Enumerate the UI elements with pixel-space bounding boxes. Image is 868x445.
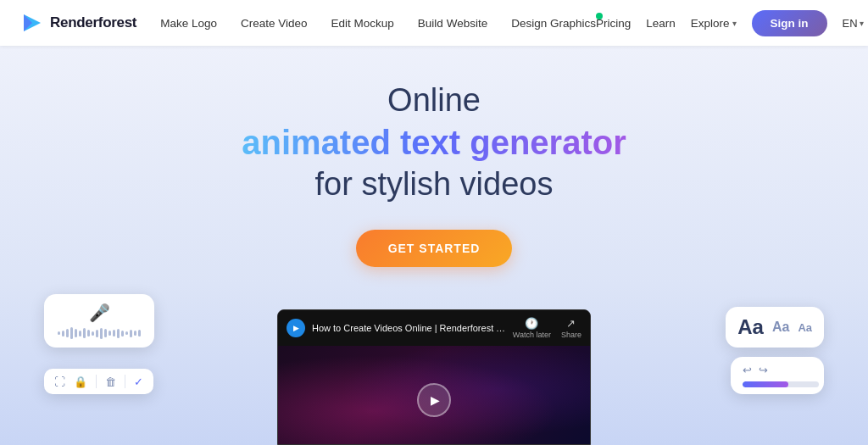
nav-explore[interactable]: Explore ▾ [691,17,737,30]
toolbar-widget: ⛶ 🔒 🗑 ✓ [44,369,153,394]
arrows-row: ↩ ↪ [743,364,768,376]
fonts-widget: Aa Aa Aa [726,307,824,348]
signin-button[interactable]: Sign in [752,10,827,36]
font-size-small[interactable]: Aa [798,321,812,334]
progress-bar-fill [743,381,788,387]
video-actions: 🕐 Watch later ↗ Share [513,317,581,339]
nav-links: Make Logo Create Video Edit Mockup Build… [160,17,596,30]
nav-learn[interactable]: Learn [646,17,676,30]
font-size-large[interactable]: Aa [737,315,764,339]
hero-line3: for stylish videos [315,166,554,203]
video-play-button[interactable] [287,319,305,337]
nav-make-logo[interactable]: Make Logo [160,17,217,30]
watch-later-action[interactable]: 🕐 Watch later [513,317,551,339]
check-icon[interactable]: ✓ [134,375,143,388]
video-section: How to Create Videos Online | Renderfore… [277,309,591,445]
video-header: How to Create Videos Online | Renderfore… [278,310,590,346]
watch-later-label: Watch later [513,331,551,339]
nav-build-website[interactable]: Build Website [418,17,487,30]
video-thumbnail[interactable]: How to Create Videos Online | Renderfore… [277,309,591,445]
navbar: Renderforest Make Logo Create Video Edit… [0,0,868,46]
trash-icon[interactable]: 🗑 [105,375,116,388]
new-badge-dot [596,13,603,19]
hero-line1: Online [387,81,481,120]
toolbar-divider [96,375,97,388]
nav-right: Pricing Learn Explore ▾ Sign in EN ▾ [596,10,864,36]
nav-edit-mockup[interactable]: Edit Mockup [331,17,394,30]
progress-bar-background [743,381,819,387]
brand-name: Renderforest [50,14,136,31]
hero-section: Online animated text generator for styli… [0,46,868,445]
undo-icon[interactable]: ↩ [743,364,752,376]
toolbar-divider2 [125,375,125,388]
lang-selector[interactable]: EN ▾ [843,17,864,30]
mic-waveform [58,327,141,339]
video-title: How to Create Videos Online | Renderfore… [312,323,506,333]
mic-widget: 🎤 [44,294,154,348]
redo-icon[interactable]: ↪ [759,364,768,376]
share-action[interactable]: ↗ Share [561,317,581,339]
hero-line2: animated text generator [242,120,626,164]
crop-icon[interactable]: ⛶ [54,375,65,388]
video-body[interactable] [278,346,590,445]
nav-design-graphics[interactable]: Design Graphics [511,17,596,30]
lock-icon[interactable]: 🔒 [74,375,87,388]
arrows-widget: ↩ ↪ [731,357,824,394]
video-center-play-button[interactable] [417,383,451,417]
share-icon: ↗ [566,317,576,330]
font-size-medium[interactable]: Aa [772,320,789,335]
get-started-button[interactable]: GET STARTED [356,230,513,267]
share-label: Share [561,331,581,339]
nav-create-video[interactable]: Create Video [241,17,308,30]
clock-icon: 🕐 [525,317,538,330]
brand-logo[interactable]: Renderforest [20,11,136,35]
explore-chevron-icon: ▾ [732,19,737,28]
lang-chevron-icon: ▾ [860,19,864,28]
logo-icon [20,11,44,35]
mic-icon: 🎤 [89,303,110,323]
